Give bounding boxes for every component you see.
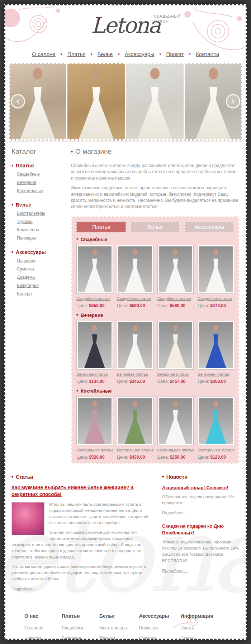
product-price: Цена:$590.00 — [117, 303, 153, 308]
product-image[interactable] — [157, 397, 194, 445]
dress-shape — [83, 410, 106, 444]
product-link[interactable]: Свадебное платье — [198, 296, 232, 301]
sidebar-link-tiaras[interactable]: Диадемы — [17, 275, 66, 280]
product-card: Коктейльное платье Цена:$430.00 — [117, 397, 153, 460]
article-more-link[interactable]: Подробнее ... — [11, 587, 37, 591]
tab-lingerie[interactable]: Белье — [131, 222, 180, 232]
slider-photo[interactable] — [126, 63, 184, 140]
nav-link-dresses[interactable]: Платья — [67, 51, 85, 57]
product-link[interactable]: Свадебное платье — [157, 296, 191, 301]
sidebar-section-accessories: ▾Аксессуары Подвязки Сумочки Диадемы Биж… — [11, 249, 66, 296]
catalog-tabs: Платья Белье Аксессуары — [76, 222, 234, 232]
tab-accessories[interactable]: Аксессуары — [184, 222, 234, 232]
footer-link-bags[interactable]: Сумочки — [139, 636, 169, 640]
section-arrow-icon: ▾ — [71, 150, 73, 154]
news-more-link[interactable]: Подробнее ... — [162, 511, 188, 515]
product-group-wedding: ▾Свадебные Свадебное платье Цена:$650.00… — [76, 237, 234, 308]
product-link[interactable]: Коктейльное платье — [117, 448, 154, 452]
slider-photo[interactable] — [67, 63, 125, 140]
product-link[interactable]: Вечернее платье — [198, 372, 229, 376]
product-link[interactable]: Коктейльное платье — [76, 448, 113, 452]
sidebar-link-sets[interactable]: Комплекты — [17, 227, 66, 232]
product-link[interactable]: Коктейльное платье — [198, 448, 235, 452]
dropdown-arrow-icon: ▾ — [61, 52, 62, 56]
product-image[interactable] — [76, 321, 113, 370]
product-group-cocktail: ▾Коктейльные Коктейльное платье Цена:$52… — [76, 388, 234, 460]
nav-link-lingerie[interactable]: Белье — [98, 51, 113, 57]
sidebar-section-title: Аксессуары — [16, 249, 46, 255]
dress-shape — [204, 259, 227, 292]
dropdown-arrow-icon: ▾ — [91, 52, 93, 56]
product-price: Цена:$134.00 — [76, 379, 113, 384]
about-paragraph: Свадебный салон «Letona» всегда распахив… — [71, 163, 240, 181]
footer-link-articles[interactable]: Статьи — [181, 636, 220, 640]
slider-track — [9, 63, 242, 140]
product-grid: Вечернее платье Цена:$134.00 Вечернее пл… — [76, 321, 234, 384]
sidebar-link-bolero[interactable]: Болеро — [17, 291, 66, 296]
header: ♥ Letona СВАДЕБНЫЙ САЛОН — [4, 4, 247, 50]
footer-link-salon[interactable]: О салоне — [24, 625, 50, 630]
tab-dresses[interactable]: Платья — [76, 222, 126, 232]
product-image[interactable] — [117, 245, 153, 294]
product-link[interactable]: Свадебное платье — [76, 296, 110, 301]
catalog-panel: Платья Белье Аксессуары ▾Свадебные Сваде… — [71, 216, 240, 464]
sidebar-link-jewelry[interactable]: Бижутерия — [17, 283, 66, 288]
dropdown-arrow-icon: ▾ — [159, 52, 161, 56]
sidebar-link-cocktail[interactable]: Коктейльные — [17, 188, 66, 193]
news-item: Акционный товар! Спешите! Объявляется не… — [162, 484, 240, 516]
product-image[interactable] — [76, 397, 113, 445]
articles-block: ▾Статьи Как мужчине выбрать нижнее белье… — [11, 474, 153, 592]
prev-arrow-icon[interactable]: ‹ — [11, 94, 25, 108]
product-link[interactable]: Коктейльное платье — [157, 448, 194, 452]
sidebar-link-bras[interactable]: Бюстгальтеры — [17, 211, 66, 216]
nav-link-about[interactable]: О салоне — [32, 51, 56, 57]
product-card: Коктейльное платье Цена:$120.00 — [198, 397, 234, 460]
news-title-link[interactable]: Акционный товар! Спешите! — [162, 485, 228, 491]
footer-column-title: Аксессуары — [139, 613, 169, 619]
footer-link-panties[interactable]: Трусики — [99, 636, 128, 640]
nav-link-rent[interactable]: Прокат — [166, 51, 184, 57]
footer-link-news[interactable]: Новости — [24, 636, 50, 640]
page: ♥ Letona СВАДЕБНЫЙ САЛОН О салоне ▾ Плат… — [4, 4, 247, 640]
product-link[interactable]: Вечернее платье — [157, 372, 189, 376]
footer-link-wedding[interactable]: Свадебные — [62, 625, 88, 630]
product-price: Цена:$520.00 — [76, 455, 113, 460]
nav-link-contacts[interactable]: Контакты — [196, 51, 219, 57]
product-image[interactable] — [157, 245, 194, 294]
product-image[interactable] — [198, 321, 234, 370]
news-title-link[interactable]: Скидки на подарки ко Дню Влюбленных! — [162, 523, 240, 536]
product-link[interactable]: Свадебное платье — [117, 296, 151, 301]
dress-shape — [83, 334, 106, 368]
product-image[interactable] — [117, 397, 153, 445]
sidebar-link-panties[interactable]: Трусики — [17, 219, 66, 224]
footer-link-bras[interactable]: Бюстгальтеры — [99, 625, 128, 630]
product-image[interactable] — [117, 321, 153, 370]
section-arrow-icon: ▾ — [76, 237, 78, 241]
stamp-edge — [70, 214, 241, 218]
footer-link-evening[interactable]: Вечерние — [62, 636, 88, 640]
product-card: Свадебное платье Цена:$580.00 — [157, 245, 194, 308]
product-image[interactable] — [198, 397, 234, 445]
product-link[interactable]: Вечернее платье — [117, 372, 148, 376]
group-title: Свадебные — [81, 237, 107, 242]
footer-link-garters[interactable]: Подвязки — [139, 625, 169, 630]
news-more-link[interactable]: Подробнее ... — [162, 569, 188, 573]
product-link[interactable]: Вечернее платье — [76, 372, 108, 376]
next-arrow-icon[interactable]: › — [226, 94, 240, 108]
nav-link-accessories[interactable]: Аксессуары — [125, 51, 154, 57]
articles-heading: Статьи — [16, 474, 33, 480]
footer-link-rent[interactable]: Прокат — [181, 625, 220, 630]
footer-column-dresses: Платья Свадебные Вечерние Коктейльные — [62, 613, 88, 640]
product-card: Вечернее платье Цена:$358.00 — [198, 321, 234, 384]
article-thumbnail — [11, 502, 44, 535]
product-image[interactable] — [198, 245, 234, 294]
sidebar-link-evening[interactable]: Вечерние — [17, 180, 66, 185]
sidebar-link-peignoirs[interactable]: Пенюары — [17, 236, 66, 241]
product-image[interactable] — [76, 245, 113, 294]
sidebar-link-wedding[interactable]: Свадебные — [17, 172, 66, 177]
article-title-link[interactable]: Как мужчине выбрать нижнее белье женщине… — [11, 485, 133, 497]
sidebar-link-garters[interactable]: Подвязки — [17, 258, 66, 263]
site-logo[interactable]: ♥ Letona СВАДЕБНЫЙ САЛОН — [74, 11, 177, 40]
product-image[interactable] — [157, 321, 194, 370]
sidebar-link-bags[interactable]: Сумочки — [17, 267, 66, 272]
